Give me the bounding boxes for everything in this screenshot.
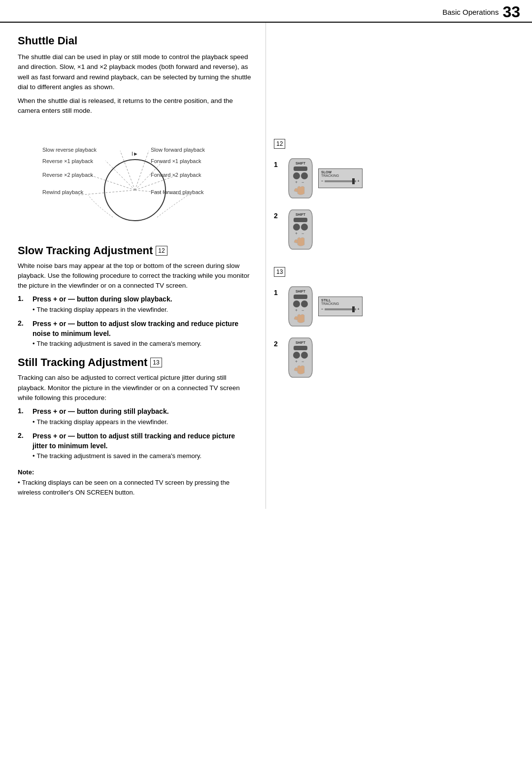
- slow-ref-badge: 12: [274, 139, 285, 149]
- shuttle-dial-body1: The shuttle dial can be used in play or …: [18, 52, 252, 92]
- svg-text:−: −: [301, 308, 304, 313]
- slow-remote-1: SHIFT + −: [287, 157, 314, 200]
- svg-rect-34: [294, 295, 307, 299]
- slow-tracking-title-row: Slow Tracking Adjustment 12: [18, 244, 252, 257]
- slow-slider-indicator: [352, 178, 355, 184]
- slow-plus-label: +: [357, 179, 360, 183]
- still-remote-2: SHIFT + −: [287, 336, 314, 379]
- svg-text:Slow reverse playback: Slow reverse playback: [42, 147, 97, 153]
- still-step-2-content: Press + or — button to adjust still trac…: [33, 431, 252, 461]
- step-2-main: Press + or — button to adjust slow track…: [33, 319, 252, 338]
- svg-point-29: [301, 224, 308, 231]
- slow-remote-2: SHIFT + −: [287, 208, 314, 251]
- slow-step-2-diagram: 2 SHIFT + −: [274, 208, 524, 251]
- left-column: Shuttle Dial The shuttle dial can be use…: [0, 23, 266, 509]
- svg-text:Rewind playback: Rewind playback: [42, 189, 84, 195]
- step-1-content: Press + or — button during slow playback…: [33, 295, 252, 314]
- svg-text:−: −: [301, 231, 304, 236]
- svg-text:SHIFT: SHIFT: [296, 213, 306, 216]
- still-tracking-steps: 1. Press + or — button during still play…: [18, 407, 252, 461]
- slow-display-label: SLOW: [321, 170, 360, 174]
- still-step-2-sub: The tracking adjustment is saved in the …: [33, 452, 252, 461]
- still-step-1-diagrams: SHIFT + − STILL TRACKING −: [287, 285, 363, 328]
- svg-text:Slow forward playback: Slow forward playback: [151, 147, 205, 153]
- slow-slider-bar: [325, 180, 357, 182]
- note-label: Note:: [18, 468, 252, 476]
- still-tracking-title-row: Still Tracking Adjustment 13: [18, 356, 252, 369]
- header-title: Basic Operations: [442, 8, 499, 16]
- slow-tracking-intro: White noise bars may appear at the top o…: [18, 261, 252, 291]
- slow-tracking-label: TRACKING: [321, 174, 360, 177]
- svg-rect-20: [294, 166, 307, 171]
- shuttle-svg: I► Slow reverse playback Reverse ×1 play…: [41, 126, 229, 230]
- slow-step-1-diagram: 1 SHIFT + −: [274, 157, 524, 200]
- still-diagram-step-1: 1: [274, 289, 282, 297]
- slow-tracking-step-1: 1. Press + or — button during slow playb…: [18, 295, 252, 314]
- svg-text:+: +: [295, 231, 298, 236]
- svg-point-28: [293, 224, 300, 231]
- svg-point-22: [301, 172, 308, 179]
- svg-text:−: −: [301, 180, 304, 185]
- svg-rect-27: [294, 218, 307, 222]
- still-step-2-diagram: 2 SHIFT + −: [274, 336, 524, 379]
- still-step-num-2: 2.: [18, 431, 27, 461]
- still-tracking-ref: 13: [150, 358, 162, 367]
- slow-diagram-step-2: 2: [274, 212, 282, 220]
- page-number: 33: [502, 4, 520, 20]
- slow-tracking-steps: 1. Press + or — button during slow playb…: [18, 295, 252, 348]
- svg-rect-41: [294, 346, 307, 350]
- svg-text:SHIFT: SHIFT: [296, 290, 306, 293]
- still-tracking-step-1: 1. Press + or — button during still play…: [18, 407, 252, 427]
- note-item-1: Tracking displays can be seen on a conne…: [18, 478, 252, 497]
- still-plus-label: +: [357, 307, 360, 311]
- step-1-main: Press + or — button during slow playback…: [33, 295, 252, 304]
- shuttle-dial-section: Shuttle Dial The shuttle dial can be use…: [18, 34, 252, 230]
- still-slider-row: − +: [321, 307, 360, 311]
- still-display-label: STILL: [321, 299, 360, 302]
- still-tracking-label: TRACKING: [321, 302, 360, 305]
- svg-text:Forward ×1 playback: Forward ×1 playback: [151, 158, 201, 164]
- right-column: 12 1 SHIFT + −: [266, 23, 532, 509]
- still-tracking-intro: Tracking can also be adjusted to correct…: [18, 373, 252, 403]
- still-ref-area: 13: [274, 267, 524, 281]
- step-num-1: 1.: [18, 295, 27, 314]
- note-section: Note: Tracking displays can be seen on a…: [18, 468, 252, 497]
- slow-ref-area: 12: [274, 139, 524, 153]
- still-step-2-main: Press + or — button to adjust still trac…: [33, 431, 252, 451]
- svg-text:+: +: [295, 308, 298, 313]
- still-step-1-main: Press + or — button during still playbac…: [33, 407, 252, 417]
- main-layout: Shuttle Dial The shuttle dial can be use…: [0, 23, 532, 509]
- still-step-1-diagram: 1 SHIFT + − S: [274, 285, 524, 328]
- still-tracking-title: Still Tracking Adjustment: [18, 356, 147, 369]
- still-step-1-sub: The tracking display appears in the view…: [33, 418, 252, 427]
- slow-minus-label: −: [321, 179, 324, 183]
- svg-text:+: +: [295, 359, 298, 364]
- still-step-1-row: SHIFT + − STILL TRACKING −: [287, 285, 363, 328]
- slow-step-1-diagrams: SHIFT + − SLOW TRACKING: [287, 157, 363, 200]
- svg-point-35: [293, 300, 300, 307]
- slow-tracking-display-1: SLOW TRACKING − +: [318, 168, 363, 188]
- still-minus-label: −: [321, 307, 324, 311]
- still-step-num-1: 1.: [18, 407, 27, 427]
- step-1-sub: The tracking display appears in the view…: [33, 305, 252, 314]
- svg-text:Reverse ×1 playback: Reverse ×1 playback: [42, 158, 94, 164]
- still-step-1-content: Press + or — button during still playbac…: [33, 407, 252, 427]
- svg-text:Fast forward playback: Fast forward playback: [151, 189, 204, 195]
- svg-text:Reverse ×2 playback: Reverse ×2 playback: [42, 172, 94, 178]
- svg-point-42: [293, 352, 300, 359]
- shuttle-dial-title: Shuttle Dial: [18, 34, 252, 47]
- page-header: Basic Operations 33: [0, 0, 532, 23]
- svg-text:Forward ×2 playback: Forward ×2 playback: [151, 172, 201, 178]
- svg-text:−: −: [301, 359, 304, 364]
- slow-tracking-section: Slow Tracking Adjustment 12 White noise …: [18, 244, 252, 349]
- step-2-content: Press + or — button to adjust slow track…: [33, 319, 252, 348]
- slow-tracking-ref: 12: [156, 246, 167, 256]
- still-diagram-step-2: 2: [274, 340, 282, 348]
- slow-tracking-title: Slow Tracking Adjustment: [18, 244, 153, 257]
- still-slider-bar: [325, 308, 357, 310]
- svg-text:+: +: [295, 180, 298, 185]
- svg-text:SHIFT: SHIFT: [296, 341, 306, 344]
- svg-point-43: [301, 352, 308, 359]
- still-slider-indicator: [352, 306, 355, 312]
- still-tracking-display-1: STILL TRACKING − +: [318, 297, 363, 316]
